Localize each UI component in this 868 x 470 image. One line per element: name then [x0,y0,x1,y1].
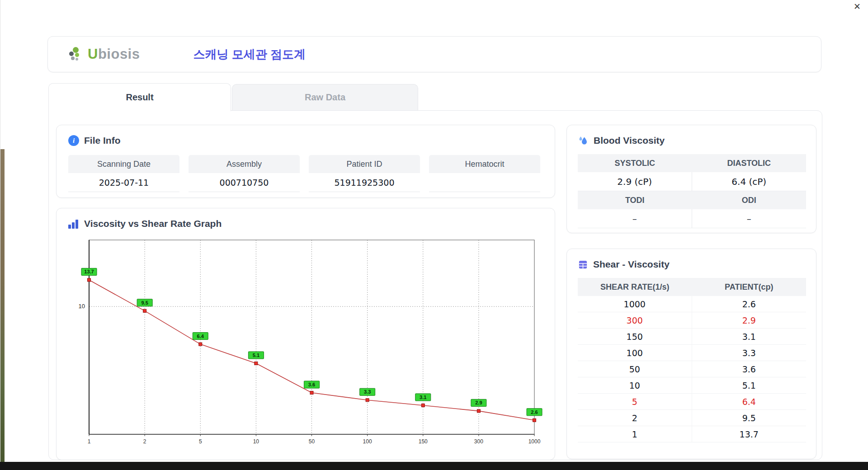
table-row: 10 5.1 [578,377,806,394]
table-value-row: 2.9 (cP) 6.4 (cP) [578,172,806,191]
field-value [429,173,540,192]
table-row: 150 3.1 [578,329,806,345]
file-info-field: Scanning Date 2025-07-11 [68,155,179,192]
shear-rate-cell: 1000 [578,296,692,312]
patient-viscosity-cell: 2.6 [692,296,807,312]
tab-raw-data[interactable]: Raw Data [232,84,418,110]
svg-text:10: 10 [79,303,85,310]
main-panel: i File Info Scanning Date 2025-07-11 Ass… [48,110,822,460]
graph-title: Viscosity vs Shear Rate Graph [68,218,222,229]
patient-viscosity-cell: 2.9 [692,312,807,328]
column-header: ODI [692,191,807,209]
shear-viscosity-card: Shear - Viscosity SHEAR RATE(1/s) PATIEN… [566,249,816,459]
info-icon: i [68,135,79,146]
svg-text:3.3: 3.3 [364,389,371,395]
logo-text-u: U [88,46,98,62]
file-info-fields: Scanning Date 2025-07-11 Assembly 000710… [68,155,540,192]
shear-rate-cell: 10 [578,377,692,393]
field-value: 000710750 [189,173,300,192]
blood-viscosity-table: SYSTOLIC DIASTOLIC 2.9 (cP) 6.4 (cP) TOD… [578,154,806,228]
card-title-text: File Info [84,135,121,146]
svg-text:9.5: 9.5 [141,300,148,306]
field-label: Scanning Date [68,155,179,173]
shear-viscosity-table: SHEAR RATE(1/s) PATIENT(cp) 1000 2.6 300… [578,278,806,442]
svg-text:6.4: 6.4 [197,334,204,339]
patient-viscosity-cell: 3.1 [692,329,807,344]
table-row: 100 3.3 [578,345,806,361]
patient-viscosity-cell: 9.5 [692,410,807,426]
svg-text:3.1: 3.1 [420,395,426,400]
file-info-field: Patient ID 51911925300 [309,155,420,192]
tab-result[interactable]: Result [48,83,231,111]
field-value: 51911925300 [309,173,420,192]
close-icon[interactable]: ✕ [854,2,861,12]
shear-rate-cell: 50 [578,361,692,377]
ubiosis-logo: Ubiosis [69,45,140,63]
field-label: Hematocrit [429,155,540,173]
field-label: Patient ID [309,155,420,173]
table-header-row: SYSTOLIC DIASTOLIC [578,154,806,172]
card-title-text: Viscosity vs Shear Rate Graph [84,218,222,229]
shear-rate-cell: 100 [578,345,692,361]
field-value: 2025-07-11 [68,173,179,192]
desktop-wallpaper-sliver [0,149,5,462]
table-row: 1000 2.6 [578,296,806,312]
logo-text: Ubiosis [88,46,140,62]
titlebar: ✕ [0,0,868,14]
shear-rate-cell: 1 [578,426,692,442]
droplet-icon [578,135,589,146]
patient-viscosity-cell: 3.6 [692,361,807,377]
card-title-text: Shear - Viscosity [593,259,670,270]
svg-text:2.9: 2.9 [475,400,482,405]
value-cell: – [692,209,807,228]
svg-text:50: 50 [309,438,315,445]
header-card: Ubiosis 스캐닝 모세관 점도계 [47,36,821,72]
patient-viscosity-cell: 5.1 [692,377,807,393]
svg-text:3.6: 3.6 [308,382,315,387]
svg-text:5.1: 5.1 [253,352,259,358]
shear-rate-cell: 2 [578,410,692,426]
field-label: Assembly [189,155,300,173]
bar-chart-icon [68,219,79,229]
shear-viscosity-title: Shear - Viscosity [578,259,670,270]
column-header: TODI [578,191,692,209]
file-info-title: i File Info [68,135,121,146]
app-window: ✕ Ubiosis 스캐닝 모세관 점도계 Result Raw Data i … [0,0,868,462]
svg-text:10: 10 [253,438,259,445]
table-header-row: TODI ODI [578,191,806,209]
logo-text-rest: biosis [98,46,140,62]
shear-rate-cell: 5 [578,394,692,409]
patient-viscosity-cell: 6.4 [692,394,807,409]
blood-viscosity-title: Blood Viscosity [578,135,665,146]
blood-viscosity-pair: SYSTOLIC DIASTOLIC 2.9 (cP) 6.4 (cP) [578,154,806,191]
svg-text:1000: 1000 [528,438,541,445]
viscosity-chart: 1013.79.56.45.13.63.33.12.92.61251050100… [67,237,547,450]
table-body: 1000 2.6 300 2.9 150 3.1 100 3.3 50 3.6 … [578,296,806,442]
svg-text:5: 5 [199,438,202,445]
file-info-card: i File Info Scanning Date 2025-07-11 Ass… [56,125,555,198]
value-cell: 6.4 (cP) [692,172,807,191]
file-info-field: Hematocrit [429,155,540,192]
shear-rate-cell: 150 [578,329,692,344]
svg-text:1: 1 [88,438,91,445]
svg-text:2.6: 2.6 [531,409,538,415]
table-row: 5 6.4 [578,394,806,410]
blood-viscosity-pair: TODI ODI – – [578,191,806,228]
svg-text:2: 2 [143,438,146,445]
card-title-text: Blood Viscosity [594,135,665,146]
column-header-shear-rate: SHEAR RATE(1/s) [578,278,692,296]
column-header-patient: PATIENT(cp) [692,278,807,296]
file-info-field: Assembly 000710750 [189,155,300,192]
column-header: DIASTOLIC [692,154,807,172]
table-row: 50 3.6 [578,361,806,377]
svg-text:13.7: 13.7 [84,269,94,274]
table-grid-icon [578,259,588,270]
blood-viscosity-card: Blood Viscosity SYSTOLIC DIASTOLIC 2.9 (… [566,125,816,233]
table-row: 300 2.9 [578,312,806,329]
svg-text:300: 300 [474,438,483,445]
table-value-row: – – [578,209,806,228]
shear-rate-cell: 300 [578,312,692,328]
svg-text:150: 150 [419,438,428,445]
app-title: 스캐닝 모세관 점도계 [193,47,305,62]
svg-text:100: 100 [363,438,372,445]
